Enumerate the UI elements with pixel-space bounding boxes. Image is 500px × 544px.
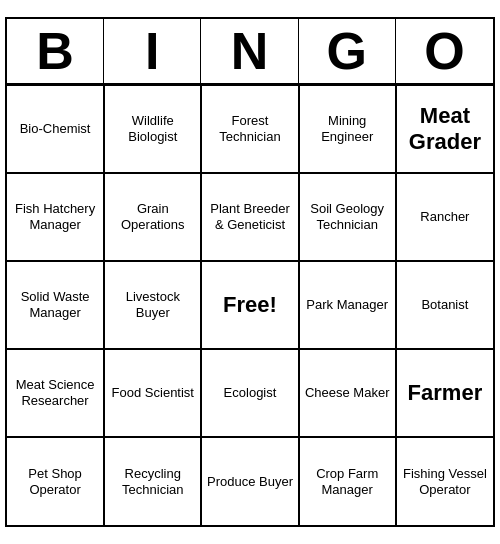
bingo-cell-7[interactable]: Plant Breeder & Geneticist — [201, 173, 298, 261]
bingo-cell-9[interactable]: Rancher — [396, 173, 493, 261]
bingo-cell-22[interactable]: Produce Buyer — [201, 437, 298, 525]
bingo-grid: Bio-ChemistWildlife BiologistForest Tech… — [7, 85, 493, 525]
header-b: B — [7, 19, 104, 83]
bingo-cell-15[interactable]: Meat Science Researcher — [7, 349, 104, 437]
bingo-cell-2[interactable]: Forest Technician — [201, 85, 298, 173]
bingo-cell-6[interactable]: Grain Operations — [104, 173, 201, 261]
bingo-cell-10[interactable]: Solid Waste Manager — [7, 261, 104, 349]
bingo-cell-19[interactable]: Farmer — [396, 349, 493, 437]
bingo-cell-17[interactable]: Ecologist — [201, 349, 298, 437]
bingo-cell-21[interactable]: Recycling Technician — [104, 437, 201, 525]
bingo-cell-20[interactable]: Pet Shop Operator — [7, 437, 104, 525]
bingo-cell-16[interactable]: Food Scientist — [104, 349, 201, 437]
bingo-card: B I N G O Bio-ChemistWildlife BiologistF… — [5, 17, 495, 527]
bingo-cell-12[interactable]: Free! — [201, 261, 298, 349]
bingo-header: B I N G O — [7, 19, 493, 85]
header-o: O — [396, 19, 493, 83]
header-n: N — [201, 19, 298, 83]
bingo-cell-18[interactable]: Cheese Maker — [299, 349, 396, 437]
bingo-cell-13[interactable]: Park Manager — [299, 261, 396, 349]
bingo-cell-3[interactable]: Mining Engineer — [299, 85, 396, 173]
bingo-cell-23[interactable]: Crop Farm Manager — [299, 437, 396, 525]
bingo-cell-14[interactable]: Botanist — [396, 261, 493, 349]
header-i: I — [104, 19, 201, 83]
header-g: G — [299, 19, 396, 83]
bingo-cell-4[interactable]: Meat Grader — [396, 85, 493, 173]
bingo-cell-0[interactable]: Bio-Chemist — [7, 85, 104, 173]
bingo-cell-5[interactable]: Fish Hatchery Manager — [7, 173, 104, 261]
bingo-cell-11[interactable]: Livestock Buyer — [104, 261, 201, 349]
bingo-cell-1[interactable]: Wildlife Biologist — [104, 85, 201, 173]
bingo-cell-8[interactable]: Soil Geology Technician — [299, 173, 396, 261]
bingo-cell-24[interactable]: Fishing Vessel Operator — [396, 437, 493, 525]
